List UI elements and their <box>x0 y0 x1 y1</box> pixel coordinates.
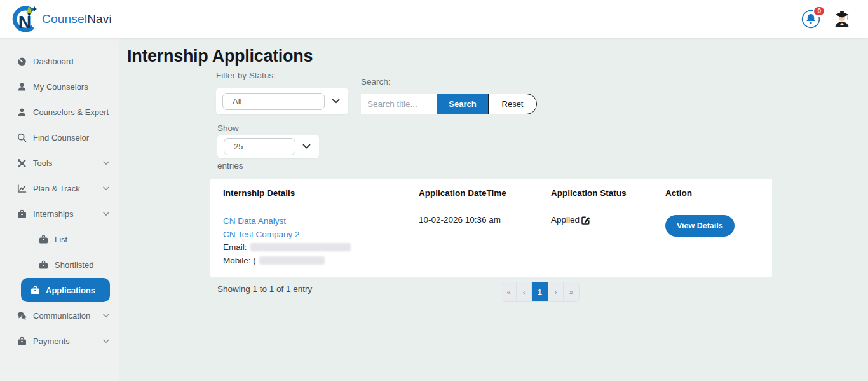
search-icon <box>17 133 27 142</box>
chat-icon <box>17 311 27 321</box>
chevron-down-icon <box>103 186 109 191</box>
column-header-internship-details: Internship Details <box>210 188 419 198</box>
status-select[interactable]: All <box>222 93 325 110</box>
chevron-down-icon <box>103 161 109 165</box>
pagination-summary: Showing 1 to 1 of 1 entry <box>217 284 312 294</box>
sidebar-item-label: Shortlisted <box>55 260 109 270</box>
column-header-action: Action <box>665 188 772 198</box>
sidebar-item-label: My Counselors <box>33 82 109 92</box>
sidebar-item-label: Dashboard <box>33 57 109 66</box>
logo-text-navi: Navi <box>87 12 112 25</box>
email-label: Email: <box>223 242 247 252</box>
show-label: Show <box>217 123 239 133</box>
entries-select[interactable]: 25 <box>224 138 295 155</box>
gauge-icon <box>17 57 27 66</box>
application-status-cell: Applied <box>551 215 665 267</box>
sidebar-item-my-counselors[interactable]: My Counselors <box>0 74 119 99</box>
sidebar-subitem-applications-row: Applications <box>0 277 119 303</box>
sidebar-item-payments[interactable]: Payments <box>0 328 119 354</box>
reset-button[interactable]: Reset <box>488 94 537 114</box>
search-input[interactable] <box>361 94 437 114</box>
pagination-first-button[interactable]: « <box>501 282 517 301</box>
edit-status-icon[interactable] <box>581 216 590 225</box>
page-title: Internship Applications <box>127 46 313 66</box>
logo-monogram-icon: N <box>9 5 38 33</box>
sidebar-item-label: Plan & Track <box>33 184 97 193</box>
briefcase-icon <box>17 336 27 346</box>
sidebar-subitem-applications[interactable]: Applications <box>21 278 110 302</box>
logo-text: CounselNavi <box>42 12 112 26</box>
topbar-right: 0 <box>801 9 851 29</box>
briefcase-icon <box>39 235 48 244</box>
chart-icon <box>17 184 27 193</box>
sidebar-item-tools[interactable]: Tools <box>0 150 119 176</box>
chevron-down-icon[interactable] <box>302 144 311 149</box>
person-icon <box>17 82 27 92</box>
status-select-value: All <box>233 97 241 106</box>
pagination-prev-button[interactable]: ‹ <box>517 282 532 301</box>
entries-suffix-label: entries <box>217 161 243 170</box>
pagination-last-button[interactable]: » <box>564 282 579 301</box>
sidebar-item-label: Tools <box>33 158 97 168</box>
email-line: Email: <box>223 241 419 254</box>
sidebar-item-label: List <box>55 235 109 244</box>
sidebar-item-internships[interactable]: Internships <box>0 201 119 226</box>
sidebar-item-label: Find Counselor <box>33 133 109 142</box>
sidebar-subitem-shortlisted[interactable]: Shortlisted <box>0 252 119 277</box>
chevron-down-icon <box>103 314 109 318</box>
column-header-application-datetime: Application DateTime <box>419 188 551 198</box>
briefcase-icon <box>17 209 27 219</box>
sidebar-subitem-list[interactable]: List <box>0 226 119 252</box>
tools-icon <box>17 158 27 168</box>
briefcase-icon <box>39 260 48 270</box>
main-content: Internship Applications Filter by Status… <box>119 38 868 381</box>
applications-table: Internship Details Application DateTime … <box>210 179 772 277</box>
sidebar-item-dashboard[interactable]: Dashboard <box>0 48 119 74</box>
filter-status-label: Filter by Status: <box>216 71 276 80</box>
person-icon <box>17 107 27 117</box>
internship-details-cell: CN Data Analyst CN Test Company 2 Email:… <box>210 215 419 267</box>
sidebar-item-communication[interactable]: Communication <box>0 303 119 328</box>
mobile-label: Mobile: ( <box>223 256 256 265</box>
sidebar-item-label: Communication <box>33 311 97 321</box>
avatar-graduate-icon <box>832 10 851 29</box>
briefcase-icon <box>31 286 40 295</box>
pagination-next-button[interactable]: › <box>548 282 564 301</box>
sidebar-item-label: Internships <box>33 209 97 219</box>
application-status: Applied <box>551 215 580 225</box>
entries-select-value: 25 <box>234 142 243 151</box>
column-header-application-status: Application Status <box>551 188 665 198</box>
chevron-down-icon[interactable] <box>332 99 340 104</box>
action-cell: View Details <box>665 215 772 267</box>
search-label: Search: <box>361 77 391 87</box>
sidebar-item-counselors-experts[interactable]: Counselors & Experts <box>0 99 119 125</box>
svg-text:N: N <box>18 11 32 31</box>
sidebar: Dashboard My Counselors Counselors & Exp… <box>0 38 119 381</box>
sidebar-item-label: Payments <box>33 336 97 346</box>
chevron-down-icon <box>103 339 109 343</box>
company-link[interactable]: CN Test Company 2 <box>223 228 419 242</box>
top-bar: N CounselNavi 0 <box>0 0 868 38</box>
pagination: « ‹ 1 › » <box>501 282 580 302</box>
filter-status-card: All <box>216 88 348 114</box>
search-group: Search Reset <box>361 94 537 114</box>
mobile-line: Mobile: ( <box>223 254 419 268</box>
chevron-down-icon <box>103 212 109 216</box>
app-logo[interactable]: N CounselNavi <box>9 5 112 33</box>
user-avatar[interactable] <box>832 10 851 29</box>
sidebar-item-plan-track[interactable]: Plan & Track <box>0 176 119 201</box>
table-header-row: Internship Details Application DateTime … <box>210 179 772 207</box>
logo-text-counsel: Counsel <box>42 12 87 25</box>
entries-select-card: 25 <box>217 135 319 158</box>
pagination-page-1-button[interactable]: 1 <box>532 282 548 301</box>
view-details-button[interactable]: View Details <box>665 215 735 237</box>
notification-badge: 0 <box>813 6 825 17</box>
table-row: CN Data Analyst CN Test Company 2 Email:… <box>210 207 772 277</box>
sidebar-item-label: Counselors & Experts <box>33 107 109 117</box>
redacted-mobile-value <box>259 256 325 265</box>
sidebar-item-find-counselor[interactable]: Find Counselor <box>0 125 119 150</box>
notifications-button[interactable]: 0 <box>801 9 821 29</box>
internship-title-link[interactable]: CN Data Analyst <box>223 215 419 228</box>
application-datetime: 10-02-2026 10:36 am <box>419 215 551 267</box>
search-button[interactable]: Search <box>437 94 488 114</box>
